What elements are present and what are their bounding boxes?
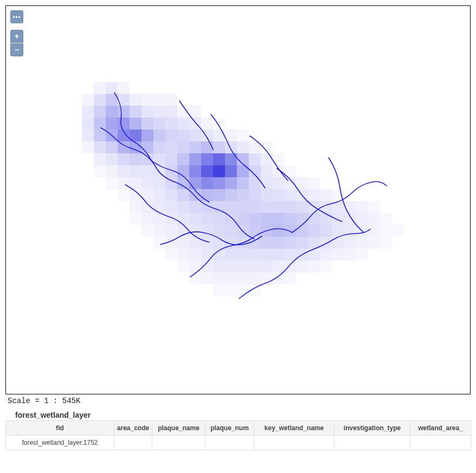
river-path (101, 128, 175, 182)
col-header-investigation-type[interactable]: investigation_type (335, 421, 410, 436)
river-path (329, 158, 364, 232)
river-network (6, 6, 471, 394)
zoom-in-button[interactable]: + (10, 30, 23, 43)
river-path (175, 182, 254, 239)
zoom-group: + − (10, 30, 23, 56)
river-path (179, 101, 213, 150)
col-header-key-wetland-name[interactable]: key_wetland_name (254, 421, 335, 436)
col-header-area-code[interactable]: area_code (114, 421, 152, 436)
cell-area-code (114, 436, 152, 450)
river-path (277, 169, 342, 222)
table-row[interactable]: forest_wetland_layer.1752 (6, 436, 471, 450)
cell-key-wetland-name (254, 436, 335, 450)
layer-title: forest_wetland_layer (15, 411, 471, 419)
col-header-plaque-num[interactable]: plaque_num (205, 421, 254, 436)
map-scale-label: Scale = 1 : 545K (8, 397, 471, 405)
plus-icon: + (15, 33, 19, 40)
river-path (125, 185, 209, 242)
map-controls: ••• + − (10, 10, 23, 56)
cell-plaque-name (152, 436, 205, 450)
cell-investigation-type (335, 436, 410, 450)
cell-plaque-num (205, 436, 254, 450)
col-header-wetland-area[interactable]: wetland_area_ (410, 421, 471, 436)
minus-icon: − (15, 46, 19, 54)
cell-wetland-area (410, 436, 471, 450)
attribute-table: fid area_code plaque_name plaque_num key… (5, 420, 471, 450)
col-header-fid[interactable]: fid (6, 421, 114, 436)
river-path (250, 136, 288, 180)
river-path (160, 232, 262, 245)
river-path (114, 93, 151, 160)
table-header-row: fid area_code plaque_name plaque_num key… (6, 421, 471, 436)
river-path (292, 182, 387, 232)
cell-fid: forest_wetland_layer.1752 (6, 436, 114, 450)
river-path (190, 229, 292, 277)
col-header-plaque-name[interactable]: plaque_name (152, 421, 205, 436)
map-viewport[interactable]: ••• + − (5, 5, 471, 394)
river-path (239, 229, 370, 299)
map-options-button[interactable]: ••• (10, 10, 23, 23)
river-path (151, 160, 209, 202)
ellipsis-icon: ••• (13, 14, 21, 20)
river-path (211, 114, 265, 188)
map-canvas (6, 6, 470, 394)
zoom-out-button[interactable]: − (10, 43, 23, 56)
